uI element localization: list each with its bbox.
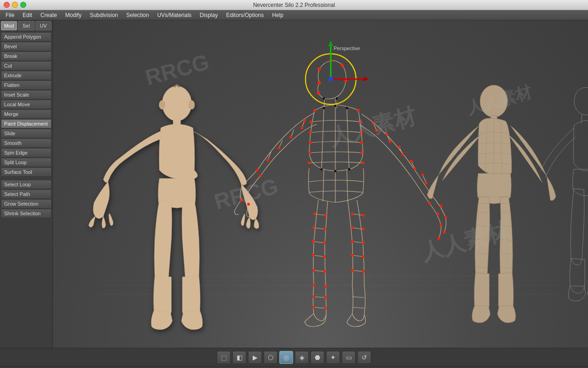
svg-line-33 bbox=[352, 242, 363, 243]
svg-point-88 bbox=[323, 242, 326, 244]
tab-mod[interactable]: Mod bbox=[1, 21, 17, 30]
btn-select-path[interactable]: Select Path bbox=[1, 190, 51, 199]
svg-point-63 bbox=[240, 199, 243, 201]
svg-point-101 bbox=[351, 226, 354, 229]
btn-grow-selection[interactable]: Grow Selection bbox=[1, 199, 51, 208]
maximize-button[interactable] bbox=[20, 2, 26, 8]
svg-point-113 bbox=[334, 170, 337, 172]
svg-point-61 bbox=[256, 169, 259, 172]
svg-point-45 bbox=[357, 109, 360, 112]
menu-help[interactable]: Help bbox=[268, 11, 287, 19]
svg-point-69 bbox=[398, 146, 401, 149]
menu-edit[interactable]: Edit bbox=[19, 11, 36, 19]
btn-select-loop[interactable]: Select Loop bbox=[1, 180, 51, 189]
btn-split-loop[interactable]: Split Loop bbox=[1, 158, 51, 167]
svg-point-57 bbox=[300, 126, 303, 129]
sidebar: Mod Sel UV Append Polygon Bevel Break Cu… bbox=[0, 20, 53, 348]
svg-point-74 bbox=[425, 182, 428, 184]
toolbar-undo[interactable]: ↺ bbox=[357, 351, 371, 364]
btn-smooth[interactable]: Smooth bbox=[1, 138, 51, 148]
toolbar-select[interactable]: ⬚ bbox=[217, 351, 231, 364]
svg-line-9 bbox=[322, 108, 324, 169]
mode-tabs: Mod Sel UV bbox=[1, 21, 51, 30]
svg-point-46 bbox=[310, 121, 312, 123]
menu-file[interactable]: File bbox=[2, 11, 18, 19]
svg-point-81 bbox=[443, 231, 446, 234]
selected-vertices bbox=[240, 59, 447, 310]
menu-uvs-materials[interactable]: UVs/Materials bbox=[153, 11, 195, 19]
menu-bar: File Edit Create Modify Subdivision Sele… bbox=[0, 10, 588, 20]
svg-point-104 bbox=[362, 242, 365, 244]
btn-flatten[interactable]: Flatten bbox=[1, 80, 51, 90]
svg-line-144 bbox=[581, 114, 582, 123]
svg-point-83 bbox=[313, 213, 316, 215]
btn-shrink-selection[interactable]: Shrink Selection bbox=[1, 209, 51, 218]
btn-extrude[interactable]: Extrude bbox=[1, 71, 51, 80]
svg-point-79 bbox=[444, 216, 447, 218]
svg-point-54 bbox=[308, 161, 311, 164]
menu-subdivision[interactable]: Subdivision bbox=[86, 11, 121, 19]
svg-point-71 bbox=[410, 160, 413, 162]
svg-point-86 bbox=[323, 228, 326, 230]
btn-merge[interactable]: Merge bbox=[1, 109, 51, 119]
btn-slide[interactable]: Slide bbox=[1, 129, 51, 138]
toolbar-vertex[interactable]: ◎ bbox=[279, 351, 293, 364]
title-bar: Nevercenter Silo 2.2 Professional bbox=[0, 0, 588, 10]
btn-cut[interactable]: Cut bbox=[1, 61, 51, 70]
svg-line-28 bbox=[314, 270, 325, 271]
toolbar-hex[interactable]: ⬡ bbox=[264, 351, 277, 364]
svg-point-43 bbox=[317, 92, 320, 95]
btn-bevel[interactable]: Bevel bbox=[1, 42, 51, 51]
svg-line-23 bbox=[347, 169, 348, 201]
svg-point-94 bbox=[324, 285, 327, 288]
svg-line-26 bbox=[313, 242, 324, 243]
svg-point-49 bbox=[360, 131, 363, 134]
svg-line-27 bbox=[313, 255, 324, 257]
menu-editors-options[interactable]: Editors/Options bbox=[222, 11, 267, 19]
svg-line-34 bbox=[352, 255, 363, 257]
close-button[interactable] bbox=[4, 2, 10, 8]
svg-point-62 bbox=[259, 174, 262, 177]
toolbar-transform1[interactable]: ◧ bbox=[232, 351, 246, 364]
svg-point-65 bbox=[372, 122, 375, 125]
menu-create[interactable]: Create bbox=[37, 11, 61, 19]
toolbar-edge[interactable]: ◈ bbox=[295, 351, 309, 364]
window-title: Nevercenter Silo 2.2 Professional bbox=[253, 2, 335, 8]
btn-inset-scale[interactable]: Inset Scale bbox=[1, 90, 51, 99]
btn-break[interactable]: Break bbox=[1, 52, 51, 61]
svg-line-32 bbox=[352, 228, 363, 229]
svg-point-95 bbox=[312, 295, 315, 298]
toolbar-face[interactable]: ⬣ bbox=[311, 351, 324, 364]
svg-point-38 bbox=[318, 81, 321, 85]
svg-point-115 bbox=[323, 98, 325, 100]
svg-point-109 bbox=[323, 107, 325, 109]
btn-spin-edge[interactable]: Spin Edge bbox=[1, 148, 51, 157]
svg-marker-119 bbox=[328, 40, 333, 46]
svg-point-5 bbox=[159, 100, 165, 109]
svg-point-70 bbox=[401, 153, 404, 156]
svg-point-55 bbox=[362, 161, 364, 164]
toolbar-wireframe[interactable]: ▭ bbox=[342, 351, 356, 364]
svg-point-6 bbox=[188, 100, 195, 109]
viewport[interactable]: Perspective RRCG 人人素材 RRCG 人人素材 人人素材 bbox=[53, 20, 588, 348]
svg-point-80 bbox=[440, 223, 442, 226]
toolbar-transform2[interactable]: ▶ bbox=[248, 351, 262, 364]
btn-paint-displacement[interactable]: Paint Displacement bbox=[1, 119, 51, 128]
tab-uv[interactable]: UV bbox=[35, 21, 51, 30]
svg-point-82 bbox=[437, 237, 440, 240]
svg-point-77 bbox=[440, 205, 442, 207]
menu-display[interactable]: Display bbox=[196, 11, 221, 19]
btn-append-polygon[interactable]: Append Polygon bbox=[1, 32, 51, 41]
svg-point-102 bbox=[362, 228, 365, 230]
menu-modify[interactable]: Modify bbox=[62, 11, 85, 19]
svg-point-78 bbox=[436, 213, 439, 215]
toolbar-object[interactable]: ✦ bbox=[326, 351, 340, 364]
svg-point-92 bbox=[323, 270, 326, 273]
btn-local-move[interactable]: Local Move bbox=[1, 100, 51, 109]
tab-sel[interactable]: Sel bbox=[18, 21, 34, 30]
menu-selection[interactable]: Selection bbox=[123, 11, 153, 19]
svg-point-122 bbox=[328, 77, 333, 81]
minimize-button[interactable] bbox=[12, 2, 18, 8]
btn-surface-tool[interactable]: Surface Tool bbox=[1, 167, 51, 177]
svg-point-97 bbox=[312, 306, 315, 309]
